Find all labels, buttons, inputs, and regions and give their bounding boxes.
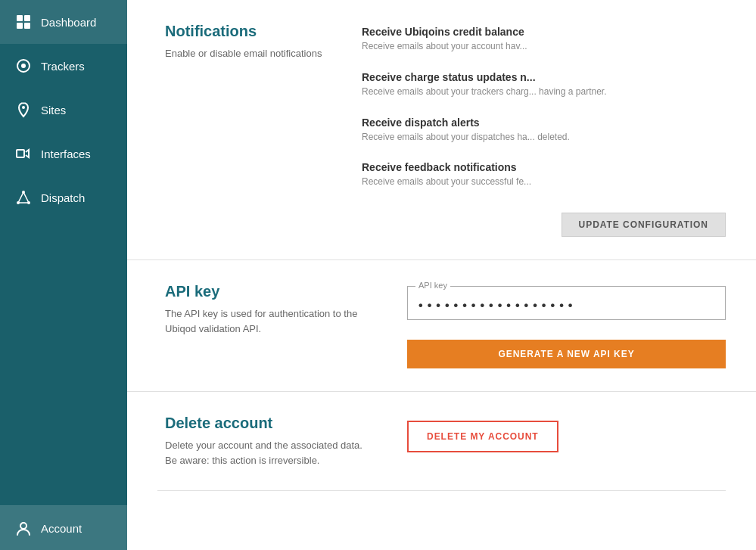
notifications-left: Notifications Enable or disable email no… — [165, 23, 331, 237]
notif-charge-title: Receive charge status updates n... — [362, 71, 726, 83]
sidebar-item-label: Dashboard — [41, 16, 96, 29]
notif-feedback-desc: Receive emails about your successful fe.… — [362, 176, 726, 188]
sidebar-item-dashboard[interactable]: Dashboard — [0, 0, 127, 44]
svg-point-5 — [21, 64, 26, 68]
api-key-title: API key — [165, 283, 377, 300]
update-config-button[interactable]: UPDATE CONFIGURATION — [562, 213, 726, 237]
notifications-title: Notifications — [165, 23, 331, 40]
sidebar-item-sites[interactable]: Sites — [0, 88, 127, 132]
notifications-right: Receive Ubiqoins credit balance Receive … — [362, 23, 726, 237]
sidebar-item-trackers[interactable]: Trackers — [0, 44, 127, 88]
sidebar: Dashboard Trackers Sites Interfa — [0, 0, 127, 550]
api-key-field: API key •••••••••••••••••• — [407, 286, 726, 320]
api-key-left: API key The API key is used for authenti… — [165, 283, 377, 368]
sidebar-item-label: Interfaces — [41, 148, 91, 160]
sidebar-item-label: Dispatch — [41, 191, 85, 204]
delete-account-button[interactable]: DELETE MY ACCOUNT — [407, 421, 558, 452]
delete-account-section: Delete account Delete your account and t… — [127, 392, 756, 490]
main-content: Notifications Enable or disable email no… — [127, 0, 756, 550]
trackers-icon — [15, 57, 32, 74]
sidebar-item-label: Account — [41, 522, 82, 535]
api-key-desc: The API key is used for authentication t… — [165, 306, 377, 336]
notifications-section: Notifications Enable or disable email no… — [127, 0, 756, 260]
notif-item-charge: Receive charge status updates n... Recei… — [362, 71, 726, 98]
notif-dispatch-desc: Receive emails about your dispatches ha.… — [362, 131, 726, 144]
notif-credit-title: Receive Ubiqoins credit balance — [362, 26, 726, 38]
sidebar-item-label: Trackers — [41, 60, 85, 73]
notif-item-dispatch: Receive dispatch alerts Receive emails a… — [362, 117, 726, 144]
notifications-desc: Enable or disable email notifications — [165, 46, 331, 61]
delete-account-title: Delete account — [165, 415, 377, 432]
dashboard-icon — [15, 14, 32, 30]
svg-point-14 — [20, 523, 26, 529]
sidebar-item-interfaces[interactable]: Interfaces — [0, 132, 127, 176]
svg-line-11 — [18, 192, 23, 203]
svg-line-12 — [23, 192, 29, 203]
notif-feedback-title: Receive feedback notifications — [362, 161, 726, 173]
svg-rect-1 — [24, 15, 30, 21]
generate-api-key-button[interactable]: GENERATE A NEW API KEY — [407, 340, 726, 368]
bottom-divider — [157, 490, 726, 491]
notif-item-feedback: Receive feedback notifications Receive e… — [362, 161, 726, 188]
api-key-right: API key •••••••••••••••••• GENERATE A NE… — [407, 283, 726, 368]
sites-icon — [15, 101, 32, 118]
svg-rect-3 — [24, 23, 30, 29]
sidebar-item-dispatch[interactable]: Dispatch — [0, 176, 127, 219]
svg-rect-7 — [17, 150, 24, 157]
delete-account-left: Delete account Delete your account and t… — [165, 415, 377, 468]
sidebar-item-label: Sites — [41, 104, 66, 117]
svg-rect-2 — [17, 23, 23, 29]
notif-charge-desc: Receive emails about your trackers charg… — [362, 85, 726, 98]
notif-dispatch-title: Receive dispatch alerts — [362, 117, 726, 129]
svg-rect-0 — [17, 15, 23, 21]
account-icon — [15, 520, 32, 536]
api-key-value: •••••••••••••••••• — [417, 299, 716, 313]
api-key-label: API key — [415, 281, 450, 290]
interfaces-icon — [15, 145, 32, 162]
svg-point-6 — [22, 106, 25, 109]
notif-credit-desc: Receive emails about your account hav... — [362, 40, 726, 53]
dispatch-icon — [15, 189, 32, 206]
sidebar-item-account[interactable]: Account — [0, 506, 127, 550]
delete-account-right: DELETE MY ACCOUNT — [407, 415, 726, 468]
notif-item-credit: Receive Ubiqoins credit balance Receive … — [362, 26, 726, 53]
delete-account-desc: Delete your account and the associated d… — [165, 438, 377, 468]
api-key-section: API key The API key is used for authenti… — [127, 260, 756, 392]
